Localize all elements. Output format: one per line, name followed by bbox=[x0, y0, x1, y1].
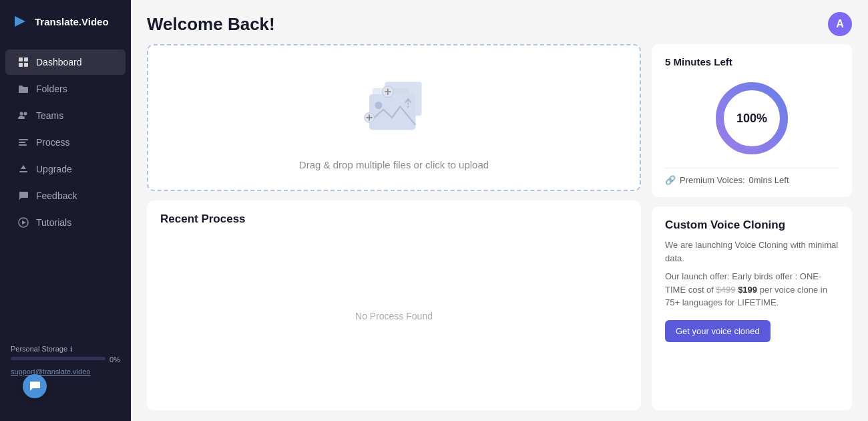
sidebar-item-label: Teams bbox=[36, 110, 63, 121]
voice-cloning-card: Custom Voice Cloning We are launching Vo… bbox=[652, 206, 852, 410]
sidebar-item-process[interactable]: Process bbox=[5, 130, 126, 155]
clone-button[interactable]: Get your voice cloned bbox=[665, 320, 771, 342]
recent-process-panel: Recent Process No Process Found bbox=[147, 200, 641, 410]
nav-menu: Dashboard Folders Teams bbox=[0, 43, 131, 337]
page-title: Welcome Back! bbox=[147, 14, 275, 35]
sidebar-bottom: Personal Storage ℹ 0% support@translate.… bbox=[0, 337, 131, 386]
premium-label: Premium Voices: bbox=[680, 175, 745, 185]
sidebar-item-label: Process bbox=[36, 137, 70, 148]
teams-icon bbox=[17, 110, 29, 122]
left-panel: Drag & drop multiple files or click to u… bbox=[147, 44, 641, 410]
sidebar-item-upgrade[interactable]: Upgrade bbox=[5, 156, 126, 182]
vc-description: We are launching Voice Cloning with mini… bbox=[665, 239, 839, 265]
logo[interactable]: Translate.Video bbox=[0, 0, 131, 43]
dashboard-icon bbox=[17, 56, 29, 68]
svg-point-5 bbox=[20, 112, 23, 116]
svg-rect-2 bbox=[24, 57, 28, 61]
divider bbox=[665, 168, 839, 168]
vc-price-old: $499 bbox=[716, 285, 736, 295]
svg-marker-12 bbox=[22, 221, 26, 225]
sidebar: Translate.Video Dashboard Folders bbox=[0, 0, 131, 421]
upload-zone[interactable]: Drag & drop multiple files or click to u… bbox=[147, 44, 641, 191]
donut-wrap: 100% bbox=[712, 78, 792, 158]
svg-rect-10 bbox=[19, 171, 27, 172]
donut-chart: 100% bbox=[665, 78, 839, 158]
premium-row: 🔗 Premium Voices: 0mins Left bbox=[665, 175, 839, 185]
upgrade-icon bbox=[17, 163, 29, 175]
sidebar-item-feedback[interactable]: Feedback bbox=[5, 183, 126, 208]
vc-price-new: $199 bbox=[738, 285, 757, 295]
premium-time: 0mins Left bbox=[749, 175, 789, 185]
sidebar-item-label: Feedback bbox=[36, 190, 77, 201]
process-icon bbox=[17, 136, 29, 148]
svg-point-6 bbox=[24, 112, 27, 116]
storage-percent: 0% bbox=[110, 356, 120, 364]
upload-text: Drag & drop multiple files or click to u… bbox=[299, 159, 489, 170]
svg-marker-0 bbox=[15, 16, 25, 27]
main-body: Drag & drop multiple files or click to u… bbox=[131, 44, 868, 421]
svg-rect-8 bbox=[19, 142, 25, 143]
right-panel: 5 Minutes Left bbox=[652, 44, 852, 410]
sidebar-item-label: Upgrade bbox=[36, 164, 72, 174]
sidebar-item-label: Folders bbox=[36, 84, 67, 94]
sidebar-item-label: Tutorials bbox=[36, 217, 71, 228]
no-process-message: No Process Found bbox=[160, 234, 628, 398]
tutorials-icon bbox=[17, 217, 29, 229]
svg-rect-3 bbox=[19, 63, 23, 67]
storage-label: Personal Storage ℹ bbox=[11, 345, 120, 353]
support-link[interactable]: support@translate.video bbox=[11, 368, 120, 376]
donut-label: 100% bbox=[736, 112, 767, 126]
svg-rect-7 bbox=[19, 139, 28, 140]
logo-icon bbox=[11, 12, 29, 31]
svg-rect-1 bbox=[19, 57, 23, 61]
svg-point-16 bbox=[375, 102, 382, 109]
minutes-card: 5 Minutes Left bbox=[652, 44, 852, 197]
main-header: Welcome Back! A bbox=[131, 0, 868, 44]
vc-title: Custom Voice Cloning bbox=[665, 219, 839, 232]
chat-button[interactable] bbox=[23, 374, 47, 398]
logo-text: Translate.Video bbox=[35, 16, 109, 27]
sidebar-item-dashboard[interactable]: Dashboard bbox=[5, 49, 126, 75]
svg-rect-9 bbox=[19, 144, 27, 146]
main-content: Welcome Back! A bbox=[131, 0, 868, 421]
vc-offer: Our launch offer: Early birds offer : ON… bbox=[665, 270, 839, 309]
storage-bar bbox=[11, 357, 105, 360]
svg-rect-4 bbox=[24, 63, 28, 67]
sidebar-item-folders[interactable]: Folders bbox=[5, 76, 126, 102]
sidebar-item-teams[interactable]: Teams bbox=[5, 103, 126, 128]
minutes-title: 5 Minutes Left bbox=[665, 56, 839, 67]
recent-title: Recent Process bbox=[160, 213, 628, 226]
upload-illustration bbox=[354, 69, 434, 150]
sidebar-item-tutorials[interactable]: Tutorials bbox=[5, 210, 126, 235]
avatar[interactable]: A bbox=[828, 12, 852, 36]
folder-icon bbox=[17, 83, 29, 95]
sidebar-item-label: Dashboard bbox=[36, 57, 82, 67]
feedback-icon bbox=[17, 190, 29, 202]
